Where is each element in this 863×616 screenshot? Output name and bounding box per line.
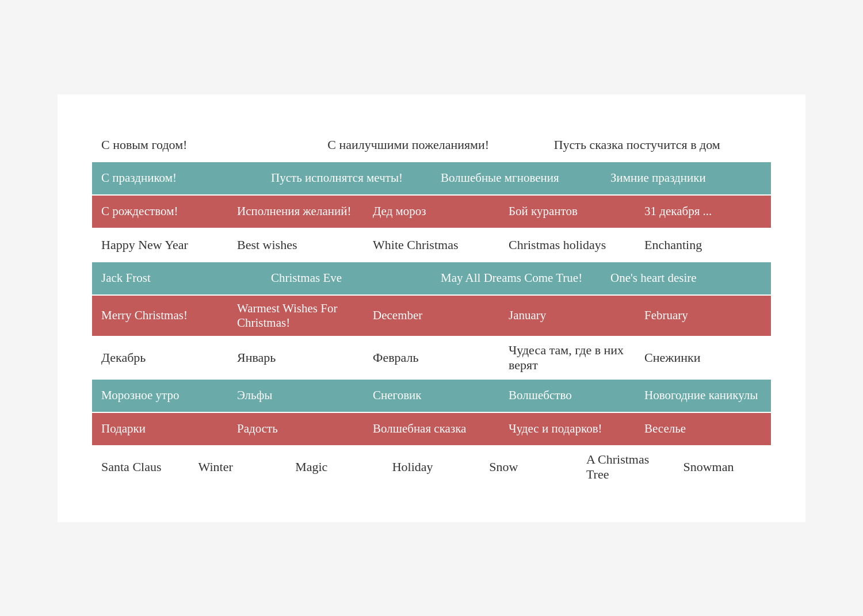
cell-2-3: Бой курантов <box>499 196 635 228</box>
cell-5-3: January <box>499 296 635 336</box>
cell-5-0: Merry Christmas! <box>92 296 228 336</box>
cell-7-4: Новогодние каникулы <box>635 380 771 412</box>
cell-8-3: Чудес и подарков! <box>499 413 635 445</box>
cell-9-1: Winter <box>189 446 287 488</box>
cell-1-1: Пусть исполнятся мечты! <box>262 162 432 194</box>
cell-8-4: Веселье <box>635 413 771 445</box>
cell-7-3: Волшебство <box>499 380 635 412</box>
cell-1-2: Волшебные мгновения <box>432 162 601 194</box>
cell-9-5: A Christmas Tree <box>577 446 674 488</box>
row-5: Merry Christmas!Warmest Wishes For Chris… <box>92 296 771 336</box>
cell-7-2: Снеговик <box>364 380 499 412</box>
cell-3-4: Enchanting <box>635 229 771 261</box>
cell-8-0: Подарки <box>92 413 228 445</box>
row-8: ПодаркиРадостьВолшебная сказкаЧудес и по… <box>92 413 771 445</box>
cell-3-0: Happy New Year <box>92 229 228 261</box>
cell-9-0: Santa Claus <box>92 446 189 488</box>
cell-4-2: May All Dreams Come True! <box>432 262 601 294</box>
cell-5-2: December <box>364 296 499 336</box>
cell-9-4: Snow <box>480 446 577 488</box>
cell-1-3: Зимние праздники <box>601 162 771 194</box>
row-4: Jack FrostChristmas EveMay All Dreams Co… <box>92 262 771 294</box>
row-9: Santa ClausWinterMagicHolidaySnowA Chris… <box>92 446 771 488</box>
cell-2-1: Исполнения желаний! <box>228 196 364 228</box>
cell-6-0: Декабрь <box>92 337 228 378</box>
cell-6-2: Февраль <box>364 337 499 378</box>
cell-5-1: Warmest Wishes For Christmas! <box>228 296 364 336</box>
cell-5-4: February <box>635 296 771 336</box>
row-1: С праздником!Пусть исполнятся мечты!Волш… <box>92 162 771 194</box>
cell-6-4: Снежинки <box>635 337 771 378</box>
cell-2-4: 31 декабря ... <box>635 196 771 228</box>
cell-8-1: Радость <box>228 413 364 445</box>
cell-1-0: С праздником! <box>92 162 262 194</box>
cell-0-2: Пусть сказка постучится в дом <box>545 129 771 161</box>
row-3: Happy New YearBest wishesWhite Christmas… <box>92 229 771 261</box>
cell-4-1: Christmas Eve <box>262 262 432 294</box>
cell-9-6: Snowman <box>674 446 771 488</box>
row-7: Морозное утроЭльфыСнеговикВолшебствоНово… <box>92 380 771 412</box>
cell-0-0: С новым годом! <box>92 129 318 161</box>
cell-7-1: Эльфы <box>228 380 364 412</box>
cell-4-3: One's heart desire <box>601 262 771 294</box>
cell-2-0: С рождеством! <box>92 196 228 228</box>
row-2: С рождеством!Исполнения желаний!Дед моро… <box>92 196 771 228</box>
cell-3-2: White Christmas <box>364 229 499 261</box>
cell-6-3: Чудеса там, где в них верят <box>499 337 635 378</box>
row-6: ДекабрьЯнварьФевральЧудеса там, где в ни… <box>92 337 771 378</box>
cell-0-1: С наилучшими пожеланиями! <box>318 129 544 161</box>
cell-9-2: Magic <box>286 446 383 488</box>
cell-8-2: Волшебная сказка <box>364 413 499 445</box>
row-0: С новым годом!С наилучшими пожеланиями!П… <box>92 129 771 161</box>
cell-9-3: Holiday <box>383 446 480 488</box>
main-container: С новым годом!С наилучшими пожеланиями!П… <box>58 94 805 522</box>
cell-6-1: Январь <box>228 337 364 378</box>
cell-3-1: Best wishes <box>228 229 364 261</box>
cell-4-0: Jack Frost <box>92 262 262 294</box>
cell-3-3: Christmas holidays <box>499 229 635 261</box>
cell-2-2: Дед мороз <box>364 196 499 228</box>
cell-7-0: Морозное утро <box>92 380 228 412</box>
